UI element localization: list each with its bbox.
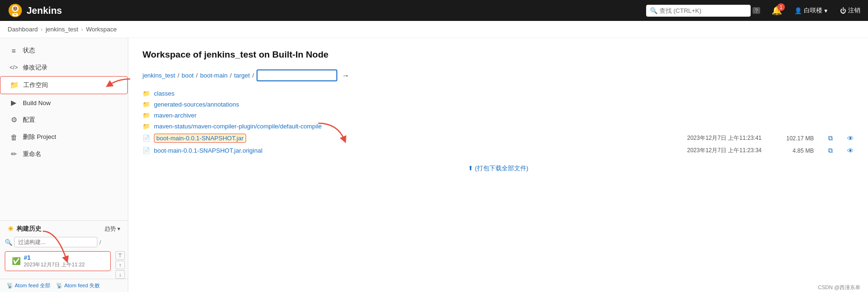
atom-feed-fail[interactable]: 📡 Atom feed 失败 <box>56 282 100 289</box>
file-icon-jar-original: 📄 <box>143 147 150 154</box>
atom-fail-label: Atom feed 失败 <box>64 282 100 289</box>
path-target[interactable]: target <box>234 72 250 79</box>
logout-icon: ⏻ <box>840 7 846 14</box>
file-link-jar[interactable]: boot-main-0.0.1-SNAPSHOT.jar <box>154 134 246 143</box>
sidebar-item-build-now[interactable]: ▶ Build Now <box>0 94 128 111</box>
trend-button[interactable]: 趋势 ▾ <box>105 225 120 233</box>
user-icon: 👤 <box>794 7 802 14</box>
atom-icon-all: 📡 <box>7 283 13 289</box>
filter-slash: / <box>99 239 101 246</box>
arrow-filter <box>38 226 76 269</box>
file-link-generated[interactable]: generated-sources/annotations <box>154 101 239 108</box>
config-icon: ⚙ <box>10 116 18 124</box>
build-status-icon: ✅ <box>12 257 21 265</box>
folder-icon-maven-status: 📁 <box>143 123 150 130</box>
svg-point-3 <box>14 8 15 9</box>
sidebar-menu: ≡ 状态 </> 修改记录 📁 工作空间 ▶ Build <box>0 38 128 220</box>
sidebar-item-label-rename: 重命名 <box>23 150 41 158</box>
breadcrumb-dashboard[interactable]: Dashboard <box>8 26 38 33</box>
sidebar-item-label-build-now: Build Now <box>23 99 51 107</box>
sidebar-item-changelog[interactable]: </> 修改记录 <box>0 59 128 76</box>
file-row-archiver: 📁 maven-archiver <box>143 110 854 121</box>
breadcrumb-workspace: Workspace <box>86 26 117 33</box>
search-help-badge: ? <box>753 7 760 14</box>
file-view-icon-jar[interactable]: 👁 <box>847 135 854 142</box>
jenkins-logo-icon <box>8 3 23 18</box>
file-size-jar: 102.17 MB <box>776 135 814 142</box>
svg-point-4 <box>16 8 17 9</box>
build-nav-down[interactable]: ↓ <box>115 270 125 279</box>
build-history-section: ☀ 构建历史 趋势 ▾ 🔍 / ✅ #1 <box>0 220 128 292</box>
svg-rect-6 <box>14 14 17 15</box>
search-wrapper: 🔍 ? <box>646 5 760 17</box>
path-jenkins-test[interactable]: jenkins_test <box>143 72 175 79</box>
download-all: ⬆ (打包下载全部文件) <box>143 164 854 173</box>
folder-icon-archiver: 📁 <box>143 112 150 119</box>
file-link-classes[interactable]: classes <box>154 90 174 97</box>
arrow-workspace <box>104 77 133 94</box>
file-row-jar: 📄 boot-main-0.0.1-SNAPSHOT.jar 2023年12月7… <box>143 132 854 145</box>
atom-feed-all[interactable]: 📡 Atom feed 全部 <box>7 282 50 289</box>
path-go-button[interactable]: → <box>340 70 352 81</box>
path-boot-main[interactable]: boot-main <box>200 72 228 79</box>
file-meta-jar: 2023年12月7日 上午11:23:41 102.17 MB ⧉ 👁 <box>687 134 854 142</box>
breadcrumb-jenkins-test[interactable]: jenkins_test <box>46 26 78 33</box>
sidebar-item-label-status: 状态 <box>23 46 35 55</box>
trend-label: 趋势 <box>105 225 116 233</box>
folder-icon-classes: 📁 <box>143 90 150 97</box>
content-area: Workspace of jenkins_test on Built-In No… <box>128 38 868 292</box>
sidebar-item-delete[interactable]: 🗑 删除 Project <box>0 128 128 146</box>
workspace-icon: 📁 <box>10 81 19 89</box>
delete-icon: 🗑 <box>10 133 18 141</box>
user-name: 白咲楼 <box>804 6 822 15</box>
user-chevron-icon: ▾ <box>824 7 828 14</box>
file-date-jar-original: 2023年12月7日 上午11:23:34 <box>687 146 762 155</box>
file-row-classes: 📁 classes <box>143 88 854 99</box>
sidebar-item-label-changelog: 修改记录 <box>23 63 48 72</box>
build-nav-up[interactable]: ↑ <box>115 261 125 269</box>
footer-credit: CSDN @西潼东皋 <box>818 284 860 290</box>
sidebar-item-label-workspace: 工作空间 <box>23 81 48 89</box>
page-title: Workspace of jenkins_test on Built-In No… <box>143 49 854 60</box>
build-history-icon: ☀ <box>8 225 14 233</box>
bell-badge: 1 <box>777 3 785 11</box>
sidebar-item-status[interactable]: ≡ 状态 <box>0 42 128 59</box>
breadcrumb-sep-2: › <box>81 26 83 33</box>
folder-icon-generated: 📁 <box>143 101 150 108</box>
path-boot[interactable]: boot <box>181 72 193 79</box>
file-row-jar-original: 📄 boot-main-0.0.1-SNAPSHOT.jar.original … <box>143 145 854 156</box>
breadcrumb-sep-1: › <box>41 26 43 33</box>
logo-text: Jenkins <box>27 5 62 16</box>
user-menu[interactable]: 👤 白咲楼 ▾ <box>794 6 828 15</box>
sidebar-item-rename[interactable]: ✏ 重命名 <box>0 146 128 163</box>
logout-label: 注销 <box>848 6 860 15</box>
build-now-icon: ▶ <box>10 98 18 107</box>
search-input[interactable] <box>646 5 751 17</box>
file-link-jar-original[interactable]: boot-main-0.0.1-SNAPSHOT.jar.original <box>154 147 262 154</box>
file-icon-jar: 📄 <box>143 135 150 142</box>
build-history-title: ☀ 构建历史 <box>8 225 41 233</box>
breadcrumb: Dashboard › jenkins_test › Workspace <box>0 21 868 38</box>
atom-icon-fail: 📡 <box>56 283 63 289</box>
logout-button[interactable]: ⏻ 注销 <box>840 6 860 15</box>
file-copy-icon-jar[interactable]: ⧉ <box>828 134 833 142</box>
file-row-generated: 📁 generated-sources/annotations <box>143 99 854 110</box>
file-copy-icon-original[interactable]: ⧉ <box>828 146 833 155</box>
header: Jenkins 🔍 ? 🔔 1 👤 白咲楼 ▾ ⏻ 注销 <box>0 0 868 21</box>
footer-bar: CSDN @西潼东皋 <box>811 282 868 292</box>
file-link-maven-status[interactable]: maven-status/maven-compiler-plugin/compi… <box>154 123 322 130</box>
atom-all-label: Atom feed 全部 <box>15 282 50 289</box>
sidebar-item-label-config: 配置 <box>23 116 35 124</box>
rename-icon: ✏ <box>10 150 18 158</box>
build-nav-top[interactable]: ⊤ <box>115 251 125 260</box>
file-view-icon-original[interactable]: 👁 <box>847 147 854 155</box>
sidebar-item-config[interactable]: ⚙ 配置 <box>0 111 128 128</box>
build-nav-buttons: ⊤ ↑ ↓ <box>115 251 125 279</box>
file-list: 📁 classes 📁 generated-sources/annotation… <box>143 88 854 156</box>
path-input[interactable] <box>257 69 337 81</box>
file-row-maven-status: 📁 maven-status/maven-compiler-plugin/com… <box>143 121 854 132</box>
bell-button[interactable]: 🔔 1 <box>772 5 782 16</box>
download-all-link[interactable]: ⬆ (打包下载全部文件) <box>468 165 528 172</box>
file-size-jar-original: 4.85 MB <box>776 147 814 154</box>
file-link-archiver[interactable]: maven-archiver <box>154 112 197 119</box>
